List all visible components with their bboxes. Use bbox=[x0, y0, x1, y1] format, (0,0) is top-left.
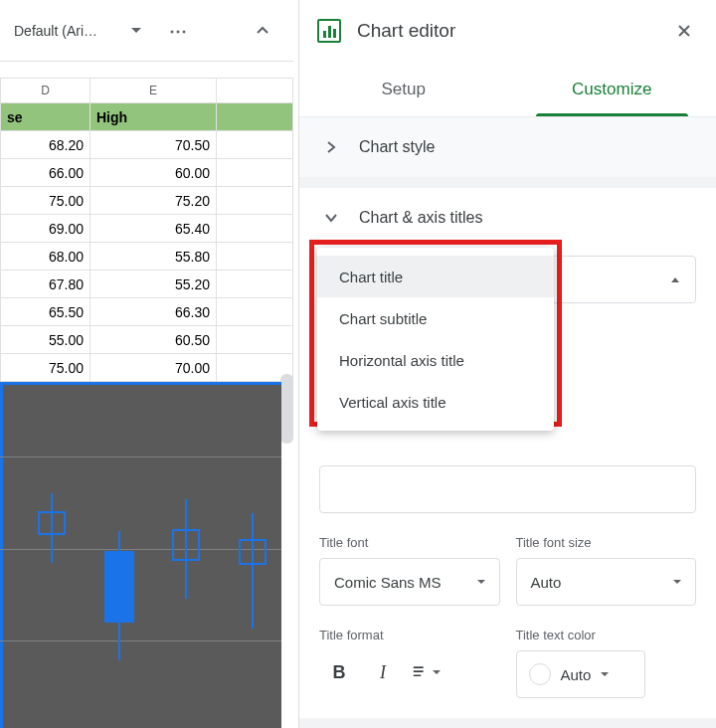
table-header-row: se High bbox=[0, 103, 293, 131]
dropdown-option-horizontal-axis-title[interactable]: Horizontal axis title bbox=[317, 339, 554, 381]
dropdown-option-chart-subtitle[interactable]: Chart subtitle bbox=[317, 297, 554, 339]
dropdown-caret-icon bbox=[601, 672, 609, 676]
cell[interactable]: 68.00 bbox=[0, 243, 90, 271]
tab-setup[interactable]: Setup bbox=[299, 62, 508, 116]
title-text-input[interactable] bbox=[319, 465, 696, 513]
table-row: 75.0075.20 bbox=[0, 187, 293, 215]
toolbar: Default (Ari… ⋯ bbox=[0, 0, 293, 62]
title-type-dropdown: Chart title Chart subtitle Horizontal ax… bbox=[317, 248, 554, 431]
title-font-size-select[interactable]: Auto bbox=[516, 558, 697, 606]
cell[interactable]: 68.20 bbox=[0, 131, 90, 159]
cell[interactable]: 66.30 bbox=[90, 298, 217, 326]
cell[interactable]: 75.00 bbox=[0, 187, 90, 215]
embedded-chart[interactable] bbox=[0, 382, 281, 728]
section-chart-style: Chart style bbox=[299, 117, 716, 178]
format-bold-button[interactable]: B bbox=[319, 650, 359, 694]
table-row: 68.2070.50 bbox=[0, 131, 293, 159]
chart-editor-panel: Chart editor Setup Customize Chart style… bbox=[298, 0, 716, 728]
table-row: 69.0065.40 bbox=[0, 215, 293, 243]
panel-header: Chart editor bbox=[299, 0, 716, 62]
chart-selection-border bbox=[0, 382, 281, 385]
chevron-down-icon bbox=[321, 211, 341, 225]
chart-gridline bbox=[0, 456, 281, 457]
field-label-title-font: Title font bbox=[319, 535, 500, 550]
title-text-color-value: Auto bbox=[561, 666, 592, 683]
cell[interactable]: 65.40 bbox=[90, 215, 217, 243]
dropdown-option-chart-title[interactable]: Chart title bbox=[317, 256, 554, 297]
toolbar-collapse-button[interactable] bbox=[248, 16, 277, 46]
column-header[interactable]: D bbox=[0, 78, 90, 103]
column-header[interactable] bbox=[217, 78, 293, 103]
title-text-color-select[interactable]: Auto bbox=[516, 650, 645, 698]
cell[interactable]: 60.00 bbox=[90, 159, 217, 187]
tab-customize[interactable]: Customize bbox=[508, 62, 717, 116]
format-align-button[interactable] bbox=[407, 650, 447, 694]
cell[interactable]: 69.00 bbox=[0, 215, 90, 243]
title-font-size-value: Auto bbox=[531, 574, 562, 591]
table-row: 55.0060.50 bbox=[0, 326, 293, 354]
spreadsheet-area: Default (Ari… ⋯ D E se High 68.2070.50 6… bbox=[0, 0, 293, 728]
cell[interactable]: 55.00 bbox=[0, 326, 90, 354]
dropdown-caret-icon bbox=[477, 580, 485, 584]
cell[interactable] bbox=[217, 103, 293, 131]
dropdown-caret-icon bbox=[673, 580, 681, 584]
dropdown-caret-icon bbox=[433, 670, 441, 674]
cell[interactable] bbox=[217, 243, 293, 271]
title-font-value: Comic Sans MS bbox=[334, 574, 442, 591]
chart-logo-icon bbox=[317, 19, 341, 43]
candlestick-wick bbox=[51, 493, 53, 563]
table-row: 75.0070.00 bbox=[0, 354, 293, 382]
cell[interactable]: 55.80 bbox=[90, 243, 217, 271]
dropdown-caret-icon bbox=[131, 28, 141, 33]
close-panel-button[interactable] bbox=[670, 17, 698, 45]
section-content: Chart title Chart title Chart subtitle H… bbox=[299, 256, 716, 718]
field-label-title-text-color: Title text color bbox=[516, 628, 697, 642]
cell[interactable] bbox=[217, 131, 293, 159]
font-family-label: Default (Ari… bbox=[14, 23, 97, 39]
close-icon bbox=[676, 23, 692, 39]
table-row: 66.0060.00 bbox=[0, 159, 293, 187]
cell[interactable] bbox=[217, 159, 293, 187]
dropdown-option-vertical-axis-title[interactable]: Vertical axis title bbox=[317, 381, 554, 423]
format-italic-button[interactable]: I bbox=[363, 650, 403, 694]
color-swatch-icon bbox=[529, 663, 551, 685]
section-label: Chart & axis titles bbox=[359, 209, 482, 227]
cell[interactable]: 65.50 bbox=[0, 298, 90, 326]
panel-body: Chart style Chart & axis titles Chart ti… bbox=[299, 117, 716, 728]
cell[interactable] bbox=[217, 326, 293, 354]
cell[interactable]: High bbox=[90, 103, 217, 131]
cell[interactable]: se bbox=[0, 103, 90, 131]
table-row: 65.5066.30 bbox=[0, 298, 293, 326]
cell[interactable] bbox=[217, 271, 293, 298]
panel-tabs: Setup Customize bbox=[299, 62, 716, 117]
section-header-chart-style[interactable]: Chart style bbox=[299, 117, 716, 177]
section-chart-axis-titles: Chart & axis titles Chart title Chart ti… bbox=[299, 188, 716, 719]
candlestick-wick bbox=[185, 499, 187, 599]
cell[interactable]: 60.50 bbox=[90, 326, 217, 354]
toolbar-more-button[interactable]: ⋯ bbox=[163, 16, 193, 46]
column-headers: D E bbox=[0, 78, 293, 103]
spreadsheet-grid[interactable]: D E se High 68.2070.50 66.0060.00 75.007… bbox=[0, 78, 293, 382]
field-label-title-font-size: Title font size bbox=[516, 535, 697, 550]
cell[interactable]: 75.20 bbox=[90, 187, 217, 215]
cell[interactable]: 67.80 bbox=[0, 271, 90, 298]
cell[interactable] bbox=[217, 215, 293, 243]
cell[interactable] bbox=[217, 187, 293, 215]
vertical-scrollbar[interactable] bbox=[280, 374, 293, 444]
cell[interactable]: 75.00 bbox=[0, 354, 90, 382]
cell[interactable] bbox=[217, 298, 293, 326]
chart-gridline bbox=[0, 640, 281, 641]
field-label-title-format: Title format bbox=[319, 628, 500, 642]
cell[interactable]: 55.20 bbox=[90, 271, 217, 298]
section-header-chart-axis-titles[interactable]: Chart & axis titles bbox=[299, 188, 716, 248]
chart-selection-border bbox=[0, 382, 3, 728]
table-row: 68.0055.80 bbox=[0, 243, 293, 271]
panel-title: Chart editor bbox=[357, 20, 670, 42]
title-font-select[interactable]: Comic Sans MS bbox=[319, 558, 500, 606]
cell[interactable]: 70.50 bbox=[90, 131, 217, 159]
title-type-select-wrap: Chart title Chart title Chart subtitle H… bbox=[319, 256, 696, 303]
font-family-selector[interactable]: Default (Ari… bbox=[6, 16, 149, 46]
cell[interactable]: 70.00 bbox=[90, 354, 217, 382]
column-header[interactable]: E bbox=[90, 78, 217, 103]
cell[interactable]: 66.00 bbox=[0, 159, 90, 187]
